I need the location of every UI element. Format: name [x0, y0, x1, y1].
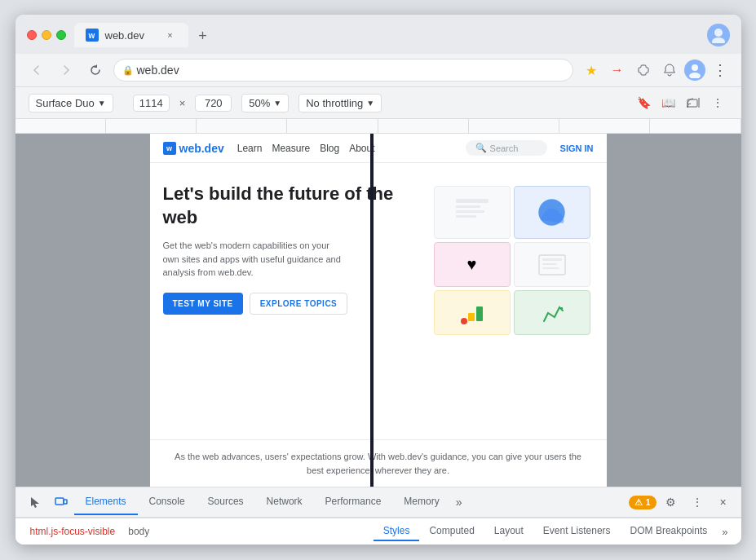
signin-button[interactable]: SIGN IN: [560, 143, 594, 153]
browser-profile-icon[interactable]: [707, 24, 730, 46]
ruler-bar: [15, 119, 741, 134]
device-name: Surface Duo: [36, 97, 95, 109]
nav-blog[interactable]: Blog: [320, 143, 339, 154]
page-frame: w web.dev Learn Measure Blog About 🔍 Sea…: [150, 134, 607, 487]
zoom-level: 50%: [249, 97, 270, 109]
ruler-tick: [15, 119, 106, 133]
svg-rect-18: [476, 306, 483, 321]
test-my-site-button[interactable]: TEST MY SITE: [163, 293, 243, 315]
address-bar-row: 🔒 web.dev ★ → ⋮: [15, 54, 741, 87]
site-logo: w web.dev: [163, 142, 224, 155]
throttle-dropdown-icon: ▼: [366, 99, 374, 108]
svg-point-16: [461, 318, 467, 324]
tab-sources[interactable]: Sources: [197, 489, 255, 515]
browser-window: w web.dev × + 🔒 web.dev: [15, 15, 741, 545]
dimension-x-separator: ×: [179, 97, 186, 109]
title-bar: w web.dev × +: [15, 15, 741, 54]
lock-icon: 🔒: [122, 65, 134, 76]
browser-tab[interactable]: w web.dev ×: [74, 23, 188, 47]
devtools-settings-icon[interactable]: ⚙: [660, 491, 683, 514]
ruler-tick: [559, 119, 650, 133]
device-cast-icon[interactable]: [683, 92, 704, 113]
minimize-button[interactable]: [42, 30, 51, 40]
nav-learn[interactable]: Learn: [237, 143, 263, 154]
back-button[interactable]: [25, 59, 48, 82]
tab-memory[interactable]: Memory: [392, 489, 450, 515]
tab-performance[interactable]: Performance: [314, 489, 393, 515]
user-avatar[interactable]: [684, 60, 705, 81]
width-input[interactable]: [133, 95, 170, 112]
ruler-tick: [650, 119, 741, 133]
chrome-menu-icon[interactable]: ⋮: [709, 59, 732, 82]
search-placeholder: Search: [490, 143, 519, 153]
styles-tab-event-listeners[interactable]: Event Listeners: [533, 522, 621, 541]
maximize-button[interactable]: [56, 30, 66, 40]
more-tabs-button[interactable]: »: [451, 489, 467, 515]
styles-tab-layout[interactable]: Layout: [484, 522, 533, 541]
svg-point-6: [687, 106, 688, 108]
tab-favicon: w: [86, 29, 99, 42]
svg-point-0: [714, 29, 723, 37]
svg-rect-9: [456, 210, 484, 213]
tab-elements[interactable]: Elements: [74, 489, 138, 515]
breadcrumb-html[interactable]: html.js-focus-visible: [24, 523, 122, 540]
styles-more-icon[interactable]: »: [717, 523, 732, 541]
devtools-close-icon[interactable]: ×: [712, 491, 735, 514]
site-hero-text: Get the web's modern capabilities on you…: [163, 239, 343, 280]
devtools-bottom-bar: html.js-focus-visible body Styles Comput…: [15, 518, 741, 545]
responsive-tool-icon[interactable]: [48, 487, 74, 517]
site-nav: Learn Measure Blog About: [237, 143, 375, 154]
cta-buttons: TEST MY SITE EXPLORE TOPICS: [163, 293, 418, 315]
svg-rect-21: [64, 500, 67, 504]
extension-arrow-icon[interactable]: →: [606, 59, 629, 82]
device-more-icon[interactable]: ⋮: [707, 92, 728, 113]
zoom-selector[interactable]: 50% ▼: [241, 94, 289, 112]
explore-topics-button[interactable]: EXPLORE TOPICS: [250, 293, 348, 315]
notifications-icon[interactable]: [658, 59, 681, 82]
avatar: [707, 24, 730, 46]
tab-close-button[interactable]: ×: [164, 29, 177, 42]
svg-rect-14: [542, 263, 557, 265]
traffic-lights: [27, 30, 66, 40]
svg-rect-10: [456, 215, 476, 218]
site-hero-left: Let's build the future of the web Get th…: [163, 183, 418, 338]
forward-button[interactable]: [55, 59, 77, 82]
site-logo-text: web.dev: [179, 142, 224, 155]
site-logo-icon: w: [163, 142, 176, 155]
styles-tab-styles[interactable]: Styles: [374, 522, 420, 541]
address-bar[interactable]: 🔒 web.dev: [113, 59, 573, 82]
close-button[interactable]: [27, 30, 37, 40]
styles-tab-dom-breakpoints[interactable]: DOM Breakpoints: [621, 522, 718, 541]
extensions-icon[interactable]: [632, 59, 655, 82]
ruler-tick: [378, 119, 469, 133]
reload-button[interactable]: [84, 59, 107, 82]
zoom-dropdown-icon: ▼: [273, 99, 281, 108]
devtools-right-icons: ⚠ 1 ⚙ ⋮ ×: [629, 491, 734, 514]
device-dropdown-icon: ▼: [98, 99, 106, 108]
tab-console[interactable]: Console: [138, 489, 197, 515]
device-bookmark-icon[interactable]: 🔖: [634, 92, 655, 113]
nav-measure[interactable]: Measure: [272, 143, 310, 154]
throttle-selector[interactable]: No throttling ▼: [298, 94, 382, 112]
cursor-tool-icon[interactable]: [22, 487, 48, 517]
device-toolbar-icons: 🔖 📖 ⋮: [634, 92, 728, 113]
ruler-tick: [287, 119, 378, 133]
svg-point-3: [692, 64, 698, 71]
height-input[interactable]: [195, 95, 232, 112]
devtools-more-icon[interactable]: ⋮: [686, 491, 709, 514]
device-selector[interactable]: Surface Duo ▼: [29, 94, 113, 112]
styles-tab-computed[interactable]: Computed: [419, 522, 484, 541]
throttle-setting: No throttling: [306, 97, 363, 109]
svg-rect-15: [542, 267, 559, 269]
tab-network[interactable]: Network: [255, 489, 314, 515]
title-bar-top: w web.dev × +: [27, 23, 730, 47]
warning-badge[interactable]: ⚠ 1: [629, 496, 656, 509]
devtools-panel: Elements Console Sources Network Perform…: [15, 487, 741, 545]
breadcrumb-body[interactable]: body: [122, 523, 156, 540]
ruler-tick: [197, 119, 287, 133]
device-book-icon[interactable]: 📖: [658, 92, 679, 113]
new-tab-button[interactable]: +: [192, 24, 214, 47]
bookmark-star-icon[interactable]: ★: [580, 59, 603, 82]
site-footer-text: As the web advances, users' expectations…: [150, 439, 607, 487]
site-search[interactable]: 🔍 Search: [466, 140, 547, 156]
